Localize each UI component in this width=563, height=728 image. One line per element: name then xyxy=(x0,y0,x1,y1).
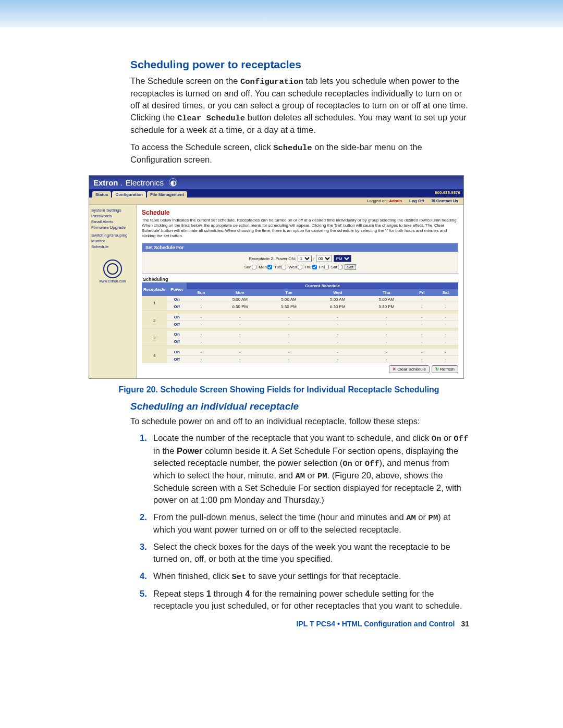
receptacle-number[interactable]: 1 xyxy=(142,296,167,311)
schedule-cell: - xyxy=(215,331,264,338)
day-checkbox-mon[interactable] xyxy=(267,265,272,269)
schedule-cell: 6:30 PM xyxy=(313,303,362,311)
globe-icon: ◐ xyxy=(169,178,177,187)
day-checkbox-row: SunMonTueWedThuFriSatSet xyxy=(146,264,454,270)
scheduling-label: Scheduling xyxy=(143,277,458,282)
sidebar-url[interactable]: www.extron.com xyxy=(91,279,134,283)
step-2: 2. From the pull-down menus, select the … xyxy=(140,511,469,536)
receptacle-number[interactable]: 3 xyxy=(142,331,167,346)
power-on-link[interactable]: On xyxy=(167,349,187,356)
day-checkbox-sat[interactable] xyxy=(338,265,342,269)
app-window: Extron . Electronics ◐ Status Configurat… xyxy=(89,175,464,379)
day-wed[interactable]: Wed xyxy=(288,265,302,269)
col-day-thu[interactable]: Thu xyxy=(362,289,411,296)
col-day-sat[interactable]: Sat xyxy=(433,289,458,296)
schedule-cell: - xyxy=(362,355,411,363)
schedule-cell: - xyxy=(187,303,215,311)
receptacle-number[interactable]: 4 xyxy=(142,349,167,363)
day-fri[interactable]: Fri xyxy=(319,265,329,269)
day-thu[interactable]: Thu xyxy=(304,265,317,269)
receptacle-number[interactable]: 2 xyxy=(142,314,167,328)
section-heading: Scheduling power to receptacles xyxy=(130,58,469,71)
schedule-cell: 5:00 AM xyxy=(313,296,362,303)
table-row: 2On------- xyxy=(142,314,458,321)
sidebar-item-monitor[interactable]: Monitor xyxy=(91,239,134,244)
day-checkbox-thu[interactable] xyxy=(312,265,317,269)
clear-schedule-button[interactable]: ✕Clear Schedule xyxy=(389,365,430,373)
day-tue[interactable]: Tue xyxy=(274,265,287,269)
day-checkbox-wed[interactable] xyxy=(298,265,302,269)
power-off-link[interactable]: Off xyxy=(167,320,187,328)
sidebar-item-system-settings[interactable]: System Settings xyxy=(91,208,134,214)
contact-us-link[interactable]: ✉ Contact Us xyxy=(432,199,458,203)
col-day-sun[interactable]: Sun xyxy=(187,289,215,296)
set-button[interactable]: Set xyxy=(345,264,356,270)
step-4: 4. When finished, click Set to save your… xyxy=(140,570,469,583)
logged-on-user: Admin xyxy=(389,199,402,203)
sidebar-item-passwords[interactable]: Passwords xyxy=(91,214,134,219)
schedule-cell: - xyxy=(362,314,411,321)
day-mon[interactable]: Mon xyxy=(259,265,272,269)
schedule-cell: - xyxy=(313,320,362,328)
schedule-cell: 6:30 PM xyxy=(215,303,264,311)
schedule-cell: - xyxy=(264,314,313,321)
tab-status[interactable]: Status xyxy=(92,191,111,198)
power-on-link[interactable]: On xyxy=(167,314,187,321)
step-5: 5. Repeat steps 1 through 4 for the rema… xyxy=(140,588,469,612)
app-header: Extron . Electronics ◐ xyxy=(89,176,463,189)
schedule-cell: - xyxy=(264,320,313,328)
col-day-mon[interactable]: Mon xyxy=(215,289,264,296)
ampm-select[interactable]: PM xyxy=(334,255,351,262)
day-checkbox-fri[interactable] xyxy=(324,265,329,269)
day-checkbox-tue[interactable] xyxy=(282,265,286,269)
power-off-link[interactable]: Off xyxy=(167,338,187,346)
day-sun[interactable]: Sun xyxy=(244,265,256,269)
sidebar-logo: www.extron.com xyxy=(91,260,134,283)
step-list: 1. Locate the number of the receptacle t… xyxy=(140,432,469,611)
power-on-link[interactable]: On xyxy=(167,331,187,338)
schedule-cell: - xyxy=(411,355,433,363)
x-icon: ✕ xyxy=(393,367,396,372)
power-on-link[interactable]: On xyxy=(167,296,187,303)
sidebar-item-schedule[interactable]: Schedule xyxy=(91,244,134,250)
schedule-cell: - xyxy=(313,314,362,321)
paragraph-2: To access the Schedule screen, click Sch… xyxy=(130,141,469,166)
refresh-button[interactable]: ↻Refresh xyxy=(432,365,458,373)
term-schedule: Schedule xyxy=(273,143,312,153)
col-day-tue[interactable]: Tue xyxy=(264,289,313,296)
logoff-link[interactable]: Log Off xyxy=(409,199,424,203)
day-checkbox-sun[interactable] xyxy=(252,265,256,269)
power-off-link[interactable]: Off xyxy=(167,303,187,311)
main-panel: Schedule The table below indicates the c… xyxy=(136,205,463,378)
schedule-cell: - xyxy=(187,320,215,328)
schedule-cell: - xyxy=(215,338,264,346)
col-receptacle[interactable]: Receptacle xyxy=(142,282,167,296)
schedule-cell: - xyxy=(433,320,458,328)
schedule-cell: - xyxy=(411,296,433,303)
hour-select[interactable]: 1 xyxy=(298,255,312,262)
sidebar-item-email-alerts[interactable]: Email Alerts xyxy=(91,219,134,225)
schedule-cell: - xyxy=(362,331,411,338)
schedule-cell: - xyxy=(215,314,264,321)
figure-caption: Figure 20. Schedule Screen Showing Field… xyxy=(89,385,469,394)
term-configuration: Configuration xyxy=(240,77,303,87)
power-off-link[interactable]: Off xyxy=(167,355,187,363)
figure-20: Extron . Electronics ◐ Status Configurat… xyxy=(89,175,464,379)
schedule-cell: - xyxy=(264,331,313,338)
schedule-cell: - xyxy=(313,331,362,338)
schedule-cell: - xyxy=(411,349,433,356)
tab-configuration[interactable]: Configuration xyxy=(112,191,145,198)
day-sat[interactable]: Sat xyxy=(331,265,342,269)
col-day-fri[interactable]: Fri xyxy=(411,289,433,296)
sidebar-item-firmware-upgrade[interactable]: Firmware Upgrade xyxy=(91,225,134,231)
schedule-cell: - xyxy=(264,338,313,346)
minute-select[interactable]: 00 xyxy=(316,255,332,262)
tab-file-management[interactable]: File Management xyxy=(147,191,187,198)
schedule-cell: - xyxy=(264,349,313,356)
col-day-wed[interactable]: Wed xyxy=(313,289,362,296)
schedule-cell: - xyxy=(187,355,215,363)
sidebar-item-switching-grouping[interactable]: Switching/Grouping xyxy=(91,233,134,239)
table-row: 3On------- xyxy=(142,331,458,338)
col-power[interactable]: Power xyxy=(167,282,187,296)
schedule-cell: 5:00 AM xyxy=(362,296,411,303)
